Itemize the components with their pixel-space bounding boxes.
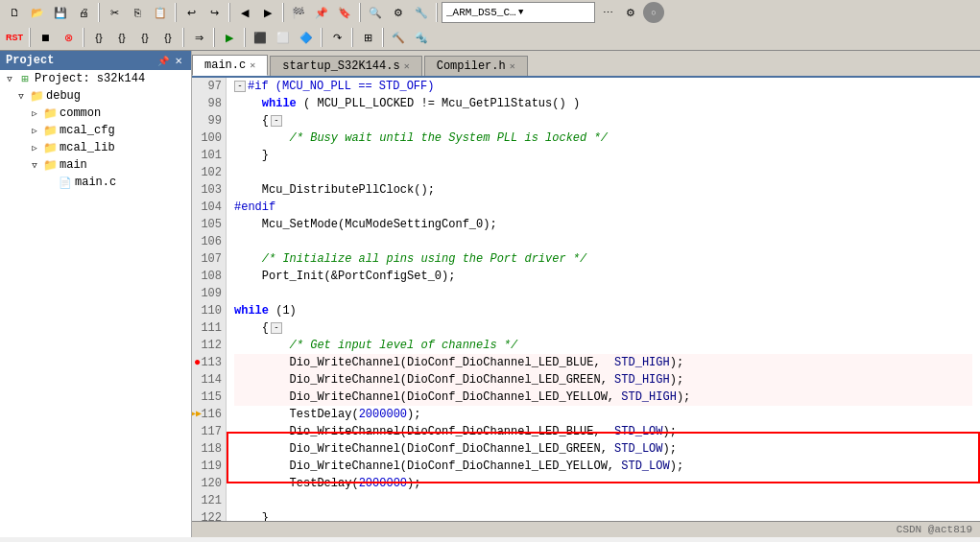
tab-compiler[interactable]: Compiler.h ✕: [424, 56, 528, 76]
line-number-115: 115: [192, 389, 226, 406]
open-button[interactable]: 📂: [27, 2, 48, 23]
expander-main-folder: ▽: [27, 157, 42, 173]
line-number-100: 100: [192, 130, 226, 147]
brace2-button[interactable]: {}: [111, 27, 132, 48]
common-label: common: [60, 106, 101, 120]
brace3-button[interactable]: {}: [134, 27, 155, 48]
debug4-button[interactable]: ⬛: [250, 27, 271, 48]
collapse-111[interactable]: -: [271, 322, 282, 334]
sep14: [382, 28, 384, 47]
sep12: [321, 28, 323, 47]
circle-button[interactable]: ○: [643, 2, 664, 23]
code-editor[interactable]: 9798991001011021031041051061071081091101…: [192, 78, 980, 521]
copy-button[interactable]: ⎘: [127, 2, 148, 23]
tools1-button[interactable]: 🔨: [388, 27, 409, 48]
line-number-117: 117: [192, 423, 226, 440]
code-content[interactable]: -#if (MCU_NO_PLL == STD_OFF) while ( MCU…: [227, 78, 980, 521]
debug-folder-label: debug: [46, 89, 81, 103]
code-line-110: while (1): [234, 302, 972, 319]
rst-button[interactable]: RST: [4, 27, 25, 48]
expander-project-root: ▽: [2, 71, 17, 86]
collapse-97[interactable]: -: [234, 81, 246, 92]
paste-button[interactable]: 📋: [150, 2, 171, 23]
code-line-122: }: [234, 509, 972, 521]
terminal-button[interactable]: ⊞: [357, 27, 378, 48]
debug5-button[interactable]: ⬜: [273, 27, 294, 48]
tools2-button[interactable]: 🔩: [411, 27, 432, 48]
sidebar-item-project-root[interactable]: ▽ ⊞ Project: s32k144: [0, 70, 191, 87]
line-number-103: 103: [192, 181, 226, 199]
print-button[interactable]: 🖨: [73, 2, 94, 23]
brace4-button[interactable]: {}: [157, 27, 179, 48]
stop2-button[interactable]: ⊗: [58, 27, 79, 48]
line-number-122: 122: [192, 509, 226, 521]
forward-button[interactable]: ▶: [257, 2, 278, 23]
sidebar-item-common[interactable]: ▷ 📁 common: [0, 105, 191, 122]
sep8: [83, 28, 84, 47]
mcal-cfg-label: mcal_cfg: [60, 124, 115, 137]
sidebar-item-main-c[interactable]: 📄 main.c: [0, 174, 191, 191]
code-line-100: /* Busy wait until the System PLL is loc…: [234, 130, 972, 147]
sidebar-pin-button[interactable]: 📌: [156, 54, 170, 67]
bookmark2-button[interactable]: 📌: [311, 2, 332, 23]
project-root-label: Project: s32k144: [35, 72, 145, 85]
bookmark3-button[interactable]: 🔖: [334, 2, 355, 23]
back-button[interactable]: ◀: [234, 2, 255, 23]
line-number-109: 109: [192, 285, 226, 302]
tab-compiler-close[interactable]: ✕: [510, 60, 515, 72]
bookmark1-button[interactable]: 🏁: [288, 2, 309, 23]
new-button[interactable]: 🗋: [4, 2, 25, 23]
arrow-button[interactable]: ⇒: [188, 27, 209, 48]
code-line-104: #endif: [234, 199, 972, 216]
redo-button[interactable]: ↪: [203, 2, 225, 23]
code-line-99: {-: [234, 112, 972, 130]
sidebar-title: Project: [6, 54, 54, 67]
line-number-105: 105: [192, 216, 226, 233]
tab-startup[interactable]: startup_S32K144.s ✕: [270, 56, 421, 76]
project-dropdown[interactable]: _ARM_DS5_C_S32K1xx_ ▼: [442, 2, 595, 23]
step-button[interactable]: ↷: [326, 27, 347, 48]
sidebar-item-mcal-cfg[interactable]: ▷ 📁 mcal_cfg: [0, 122, 191, 139]
debug6-button[interactable]: 🔷: [296, 27, 317, 48]
editor-area: main.c ✕ startup_S32K144.s ✕ Compiler.h …: [192, 51, 980, 537]
mcal-lib-label: mcal_lib: [60, 141, 115, 154]
sidebar-item-mcal-lib[interactable]: ▷ 📁 mcal_lib: [0, 139, 191, 156]
line-number-110: 110: [192, 302, 226, 319]
line-number-114: 114: [192, 371, 226, 389]
undo-button[interactable]: ↩: [180, 2, 202, 23]
more-button[interactable]: ⋯: [597, 2, 618, 23]
debug-folder-icon: 📁: [29, 88, 44, 104]
code-line-116: TestDelay(2000000);: [234, 406, 972, 423]
sidebar-close-button[interactable]: ✕: [172, 54, 185, 67]
code-line-121: [234, 492, 972, 509]
tab-startup-close[interactable]: ✕: [404, 60, 410, 72]
save-button[interactable]: 💾: [50, 2, 71, 23]
code-line-106: [234, 233, 972, 250]
expander-mcal-lib: ▷: [27, 140, 42, 155]
run-stop-button[interactable]: ⏹: [35, 27, 56, 48]
code-line-97: -#if (MCU_NO_PLL == STD_OFF): [234, 78, 972, 95]
tab-bar: main.c ✕ startup_S32K144.s ✕ Compiler.h …: [192, 51, 980, 78]
collapse-99[interactable]: -: [271, 115, 282, 127]
common-folder-icon: 📁: [42, 106, 58, 121]
play-button[interactable]: ▶: [219, 27, 240, 48]
toolbar-row-2: RST ⏹ ⊗ {} {} {} {} ⇒ ▶ ⬛ ⬜ 🔷 ↷ ⊞ 🔨 🔩: [0, 25, 980, 50]
settings-button[interactable]: ⚙: [620, 2, 641, 23]
sep2: [175, 3, 177, 22]
debug1-button[interactable]: 🔍: [365, 2, 386, 23]
debug2-button[interactable]: ⚙: [388, 2, 409, 23]
brace1-button[interactable]: {}: [88, 27, 109, 48]
main-folder-icon: 📁: [42, 157, 58, 173]
debug3-button[interactable]: 🔧: [411, 2, 432, 23]
line-number-113: 113: [192, 354, 226, 371]
line-number-98: 98: [192, 95, 226, 112]
tab-main-c-close[interactable]: ✕: [250, 59, 255, 71]
sidebar-item-debug[interactable]: ▽ 📁 debug: [0, 87, 191, 105]
code-line-107: /* Initialize all pins using the Port dr…: [234, 250, 972, 268]
sep13: [351, 28, 353, 47]
tab-main-c[interactable]: main.c ✕: [192, 55, 268, 76]
cut-button[interactable]: ✂: [104, 2, 125, 23]
line-number-120: 120: [192, 475, 226, 492]
sidebar-item-main-folder[interactable]: ▽ 📁 main: [0, 156, 191, 174]
code-line-105: Mcu_SetMode(McuModeSettingConf_0);: [234, 216, 972, 233]
